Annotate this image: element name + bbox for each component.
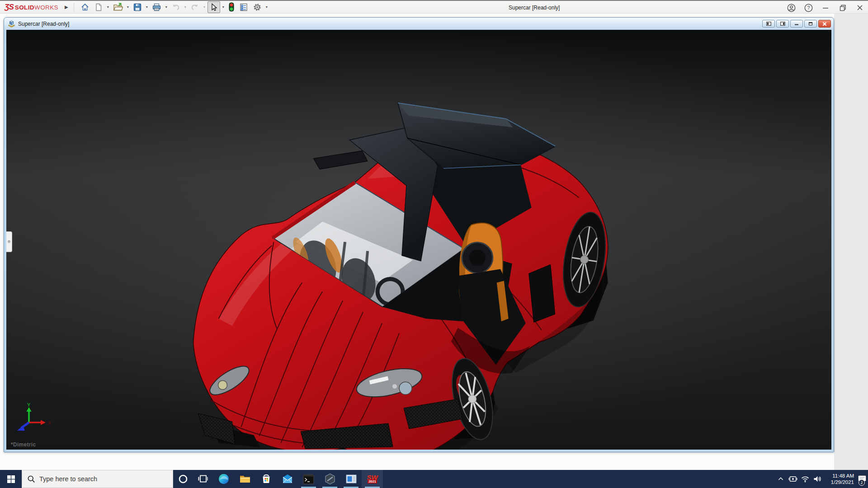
home-button[interactable]: [79, 1, 91, 13]
taskbar-app-solidworks[interactable]: SW 2021: [362, 470, 383, 488]
undo-icon: [171, 3, 180, 12]
print-dropdown[interactable]: ▾: [164, 5, 169, 9]
taskbar-app-command-prompt[interactable]: [298, 470, 319, 488]
mail-icon: [282, 473, 293, 485]
options-gear-icon: [253, 3, 262, 12]
help-icon: ?: [804, 4, 813, 12]
graphics-viewport[interactable]: Y X *Dimetric: [6, 30, 831, 450]
taskbar-app-window-tool[interactable]: [340, 470, 362, 488]
menu-expand-arrow-icon[interactable]: ▶: [65, 5, 68, 9]
search-icon: [27, 475, 35, 483]
select-tool-button[interactable]: [208, 1, 220, 13]
y-axis-label: Y: [27, 402, 31, 408]
rebuild-button[interactable]: [226, 1, 236, 13]
minimize-icon: [822, 5, 829, 11]
mdi-workspace: Supercar [Read-only]: [0, 14, 868, 470]
action-center-button[interactable]: 2: [856, 470, 868, 488]
document-restore-button[interactable]: [804, 20, 817, 28]
account-icon: [787, 4, 796, 12]
taskbar-app-hex-tool[interactable]: [319, 470, 340, 488]
command-prompt-icon: [303, 474, 314, 485]
pane-right-icon: [780, 22, 785, 26]
document-close-button[interactable]: [818, 20, 831, 28]
undo-dropdown[interactable]: ▾: [183, 5, 188, 9]
print-button[interactable]: [150, 1, 163, 13]
car-model-render[interactable]: [6, 30, 831, 450]
x-axis-label: X: [48, 420, 52, 426]
start-button[interactable]: [0, 470, 22, 488]
taskbar-app-edge[interactable]: [213, 470, 234, 488]
new-document-button[interactable]: [92, 1, 105, 13]
home-icon: [80, 3, 90, 12]
taskbar-app-mail[interactable]: [277, 470, 298, 488]
new-document-dropdown[interactable]: ▾: [106, 5, 110, 9]
rebuild-traffic-light-icon: [228, 2, 235, 12]
wifi-icon: [801, 474, 810, 483]
side-intake[interactable]: [529, 264, 555, 322]
document-minimize-button[interactable]: [790, 20, 803, 28]
tray-overflow-button[interactable]: [774, 470, 787, 488]
select-cursor-icon: [209, 3, 218, 12]
solidworks-logo-bold: SOLID: [15, 4, 34, 11]
document-close-icon: [822, 22, 827, 26]
document-titlebar[interactable]: Supercar [Read-only]: [4, 18, 834, 30]
tray-display-connect-button[interactable]: [787, 470, 799, 488]
store-icon: [260, 473, 272, 485]
search-input[interactable]: [39, 475, 157, 483]
orientation-triad[interactable]: Y X: [14, 402, 55, 437]
select-dropdown[interactable]: ▾: [221, 5, 226, 9]
pane-right-toggle-button[interactable]: [776, 20, 789, 28]
pane-splitter-handle[interactable]: [6, 231, 12, 252]
minimize-button[interactable]: [821, 3, 830, 12]
redo-button[interactable]: [189, 1, 201, 13]
tray-volume-button[interactable]: [811, 470, 823, 488]
notification-count-badge: 2: [859, 479, 865, 486]
open-dropdown[interactable]: ▾: [126, 5, 130, 9]
save-icon: [133, 3, 142, 12]
redo-icon: [190, 3, 199, 12]
view-orientation-label: *Dimetric: [11, 441, 36, 448]
solidworks-app-year-badge: 2021: [368, 479, 377, 483]
account-button[interactable]: [787, 3, 796, 12]
taskbar-app-store[interactable]: [255, 470, 277, 488]
toolbar-separator: [74, 3, 74, 12]
pane-left-icon: [766, 22, 771, 26]
file-explorer-icon: [239, 473, 251, 485]
solidworks-logo: ƷS SOLID WORKS: [5, 3, 58, 12]
quick-access-toolbar: ▾ ▾ ▾ ▾ ▾ ▾ ▾ ▾: [79, 1, 269, 13]
file-properties-button[interactable]: [237, 1, 250, 13]
windows-logo-icon: [7, 475, 15, 483]
solidworks-logo-light: WORKS: [34, 4, 58, 11]
svg-text:?: ?: [807, 5, 810, 10]
restore-icon: [840, 5, 846, 11]
help-button[interactable]: ?: [804, 3, 813, 12]
cowl-vent[interactable]: [313, 151, 368, 169]
options-button[interactable]: [251, 1, 264, 13]
options-dropdown[interactable]: ▾: [264, 5, 269, 9]
save-button[interactable]: [131, 1, 144, 13]
open-folder-icon: [113, 3, 123, 12]
display-connect-icon: [788, 474, 797, 483]
open-button[interactable]: [111, 1, 125, 13]
close-button[interactable]: [855, 3, 864, 12]
task-view-button[interactable]: [193, 470, 213, 488]
taskbar-app-file-explorer[interactable]: [234, 470, 255, 488]
taskbar-clock[interactable]: 11:48 AM 1/29/2021: [823, 470, 856, 488]
save-dropdown[interactable]: ▾: [145, 5, 149, 9]
clock-date: 1/29/2021: [831, 479, 854, 485]
mdi-background: [834, 14, 868, 470]
pane-left-toggle-button[interactable]: [762, 20, 775, 28]
document-minimize-icon: [794, 22, 799, 26]
taskbar-search[interactable]: [22, 470, 173, 488]
cortana-button[interactable]: [173, 470, 193, 488]
redo-dropdown[interactable]: ▾: [202, 5, 207, 9]
edge-icon: [218, 473, 230, 485]
solidworks-logo-mark: ƷS: [5, 3, 14, 12]
document-title: Supercar [Read-only]: [18, 21, 762, 27]
tray-wifi-button[interactable]: [799, 470, 811, 488]
close-icon: [857, 5, 863, 11]
clock-time: 11:48 AM: [832, 473, 854, 479]
restore-button[interactable]: [838, 3, 847, 12]
system-tray: 11:48 AM 1/29/2021 2: [774, 470, 868, 488]
undo-button[interactable]: [170, 1, 182, 13]
